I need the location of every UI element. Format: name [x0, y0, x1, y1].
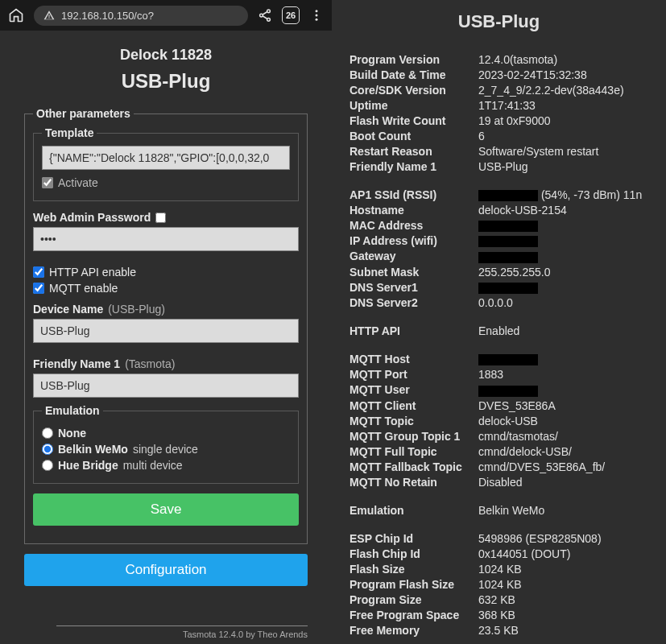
table-row: MQTT No RetainDisabled [348, 474, 650, 489]
redacted-value [478, 283, 538, 294]
table-row: Free Memory23.5 KB [348, 622, 650, 638]
table-row: MQTT Host [348, 351, 650, 366]
page-title: USB-Plug [24, 70, 308, 93]
table-row: MAC Address [348, 217, 650, 233]
table-row: Hostnamedelock-USB-2154 [348, 202, 650, 217]
friendly-name-input[interactable] [33, 374, 299, 398]
table-row: Flash Chip Id0x144051 (DOUT) [348, 546, 650, 561]
web-admin-input[interactable] [33, 227, 299, 251]
other-params-fieldset: Other parameters Template Activate Web A… [24, 107, 308, 544]
redacted-value [478, 190, 538, 201]
table-row: MQTT Full Topiccmnd/delock-USB/ [348, 444, 650, 459]
redacted-value [478, 252, 538, 263]
table-row: MQTT Port1883 [348, 367, 650, 382]
redacted-value [478, 221, 538, 232]
web-admin-label: Web Admin Password [33, 211, 151, 224]
table-row: Friendly Name 1USB-Plug [348, 159, 650, 174]
table-row: EmulationBelkin WeMo [348, 502, 650, 518]
other-params-legend: Other parameters [33, 107, 134, 120]
template-fieldset: Template Activate [33, 126, 299, 201]
svg-point-3 [316, 10, 318, 12]
save-button[interactable]: Save [33, 493, 299, 526]
info-title: USB-Plug [348, 11, 650, 32]
table-row: MQTT ClientDVES_53E86A [348, 398, 650, 413]
template-legend: Template [42, 126, 97, 139]
emulation-belkin-label: Belkin WeMo [58, 443, 128, 456]
table-row: Gateway [348, 249, 650, 264]
emulation-hue-label: Hue Bridge [58, 459, 118, 472]
friendly-name-label: Friendly Name 1 [33, 357, 120, 370]
kebab-menu-icon[interactable] [309, 8, 324, 23]
tabs-count-badge[interactable]: 26 [282, 6, 300, 24]
share-icon[interactable] [258, 8, 272, 23]
info-table: Program Version12.4.0(tasmota)Build Date… [348, 52, 650, 638]
activate-label: Activate [58, 176, 98, 189]
redacted-value [478, 354, 538, 365]
device-name-input[interactable] [33, 319, 299, 343]
browser-bar: 192.168.10.150/co? 26 [0, 0, 332, 31]
emulation-fieldset: Emulation None Belkin WeMo single device… [33, 404, 299, 484]
table-row: Program Version12.4.0(tasmota) [348, 52, 650, 67]
friendly-name-hint: (Tasmota) [125, 357, 175, 370]
table-row: DNS Server1 [348, 279, 650, 295]
left-panel: 192.168.10.150/co? 26 Delock 11828 USB-P… [0, 0, 332, 644]
emulation-hue-suffix: multi device [123, 459, 183, 472]
home-icon[interactable] [8, 7, 24, 23]
table-row: Restart ReasonSoftware/System restart [348, 143, 650, 159]
template-input[interactable] [42, 146, 290, 170]
table-row: MQTT User [348, 382, 650, 398]
svg-point-5 [316, 19, 318, 21]
activate-checkbox[interactable] [42, 177, 53, 188]
table-row: MQTT Group Topic 1cmnd/tasmotas/ [348, 428, 650, 444]
warning-icon [43, 10, 55, 21]
table-row: Boot Count6 [348, 128, 650, 143]
table-row: ESP Chip Id5498986 (ESP8285N08) [348, 530, 650, 546]
http-api-label: HTTP API enable [49, 266, 136, 279]
table-row: Core/SDK Version2_7_4_9/2.2.2-dev(38a443… [348, 82, 650, 97]
emulation-hue-radio[interactable] [42, 460, 53, 471]
table-row: Flash Size1024 KB [348, 561, 650, 576]
emulation-legend: Emulation [42, 404, 103, 417]
device-name-label: Device Name [33, 303, 103, 316]
table-row: IP Address (wifi) [348, 233, 650, 249]
table-row: Uptime1T17:41:33 [348, 97, 650, 113]
emulation-none-label: None [58, 427, 86, 440]
table-row: DNS Server20.0.0.0 [348, 295, 650, 310]
redacted-value [478, 386, 538, 397]
table-row: MQTT Fallback Topiccmnd/DVES_53E86A_fb/ [348, 459, 650, 474]
url-bar[interactable]: 192.168.10.150/co? [34, 6, 248, 26]
emulation-belkin-suffix: single device [133, 443, 198, 456]
table-row: Flash Write Count19 at 0xF9000 [348, 113, 650, 128]
mqtt-checkbox[interactable] [33, 283, 44, 294]
table-row: Subnet Mask255.255.255.0 [348, 264, 650, 279]
footer-divider [56, 625, 308, 626]
svg-point-4 [316, 14, 318, 17]
emulation-belkin-radio[interactable] [42, 444, 53, 455]
page-content: Delock 11828 USB-Plug Other parameters T… [0, 31, 332, 621]
table-row: AP1 SSId (RSSI) (54%, -73 dBm) 11n [348, 187, 650, 202]
right-panel: USB-Plug Program Version12.4.0(tasmota)B… [332, 0, 666, 644]
brand-title: Delock 11828 [24, 47, 308, 64]
mqtt-label: MQTT enable [49, 282, 118, 295]
configuration-button[interactable]: Configuration [24, 554, 308, 586]
device-name-hint: (USB-Plug) [108, 303, 165, 316]
http-api-checkbox[interactable] [33, 266, 44, 278]
web-admin-checkbox[interactable] [155, 213, 166, 223]
footer-text: Tasmota 12.4.0 by Theo Arends [0, 630, 332, 644]
url-text: 192.168.10.150/co? [61, 10, 154, 22]
table-row: Program Flash Size1024 KB [348, 576, 650, 592]
redacted-value [478, 236, 538, 247]
table-row: Free Program Space368 KB [348, 607, 650, 622]
emulation-none-radio[interactable] [42, 427, 53, 439]
table-row: Build Date & Time2023-02-24T15:32:38 [348, 67, 650, 82]
table-row: HTTP APIEnabled [348, 323, 650, 338]
table-row: MQTT Topicdelock-USB [348, 413, 650, 428]
table-row: Program Size632 KB [348, 592, 650, 607]
